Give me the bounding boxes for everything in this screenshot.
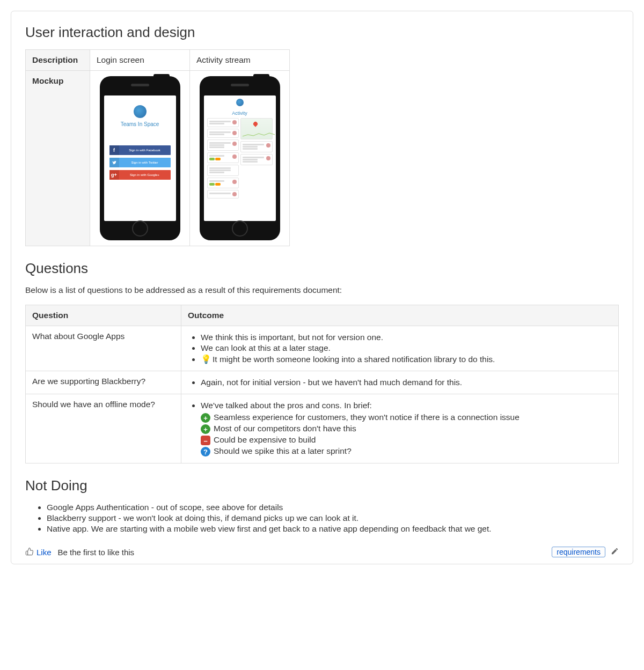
edit-labels-button[interactable] [611, 547, 619, 557]
heading-questions: Questions [25, 260, 619, 277]
design-col-login-label: Login screen [90, 50, 190, 71]
list-item: ?Should we spike this at a later sprint? [201, 446, 612, 457]
twitter-icon [109, 158, 119, 167]
questions-intro: Below is a list of questions to be addre… [25, 285, 619, 295]
mockup-login-cell: Teams In Space f Sign in with Facebook S… [90, 71, 190, 246]
like-button[interactable]: Like [25, 547, 52, 557]
facebook-icon: f [109, 145, 119, 155]
brand-text: Teams In Space [121, 121, 159, 127]
list-item: 💡It might be worth someone looking into … [201, 354, 612, 364]
heading-notdoing: Not Doing [25, 477, 619, 494]
outcome-cell: We've talked about the pros and cons. In… [181, 394, 619, 463]
page-content: User interaction and design Description … [11, 11, 633, 564]
list-item: Blackberry support - we won't look at do… [47, 513, 619, 523]
design-row-header-mockup: Mockup [26, 71, 90, 246]
design-row-header-description: Description [26, 50, 90, 71]
list-item: We think this is important, but not for … [201, 333, 612, 342]
questions-header-question: Question [26, 305, 181, 326]
facebook-login-button: f Sign in with Facebook [109, 145, 171, 155]
phone-mockup-activity: Activity [200, 76, 280, 240]
question-cell: Are we supporting Blackberry? [26, 371, 181, 394]
list-item: +Seamless experience for customers, they… [201, 413, 612, 423]
question-cell: What about Google Apps [26, 326, 181, 371]
list-item: –Could be expensive to build [201, 435, 612, 445]
design-col-activity-label: Activity stream [190, 50, 290, 71]
thumbs-up-icon [25, 547, 34, 557]
google-login-button: g+ Sign in with Google+ [109, 170, 171, 180]
table-row: Are we supporting Blackberry? Again, not… [26, 371, 619, 394]
minus-icon: – [201, 436, 210, 445]
list-item: +Most of our competitors don't have this [201, 424, 612, 434]
plus-icon: + [201, 424, 210, 434]
design-table: Description Login screen Activity stream… [25, 49, 290, 246]
questions-header-outcome: Outcome [181, 305, 619, 326]
questions-table: Question Outcome What about Google Apps … [25, 305, 619, 463]
outcome-cell: Again, not for initial version - but we … [181, 371, 619, 394]
list-item: Native app. We are starting with a mobil… [47, 524, 619, 534]
twitter-login-button: Sign in with Twitter [109, 158, 171, 167]
map-widget [240, 118, 273, 139]
google-plus-icon: g+ [109, 170, 119, 180]
plus-icon: + [201, 413, 210, 423]
list-item: We've talked about the pros and cons. In… [201, 401, 612, 457]
list-item: Again, not for initial version - but we … [201, 378, 612, 387]
like-label: Like [36, 548, 52, 557]
mockup-activity-cell: Activity [190, 71, 290, 246]
not-doing-list: Google Apps Authentication - out of scop… [25, 503, 619, 534]
like-prompt: Be the first to like this [58, 548, 135, 557]
app-logo-icon [134, 105, 147, 118]
question-cell: Should we have an offline mode? [26, 394, 181, 463]
phone-mockup-login: Teams In Space f Sign in with Facebook S… [100, 76, 180, 240]
table-row: Should we have an offline mode? We've ta… [26, 394, 619, 463]
table-row: What about Google Apps We think this is … [26, 326, 619, 371]
lightbulb-icon: 💡 [201, 355, 211, 364]
heading-design: User interaction and design [25, 24, 619, 41]
list-item: We can look at this at a later stage. [201, 343, 612, 353]
activity-title: Activity [232, 111, 247, 116]
page-footer: Like Be the first to like this requireme… [25, 547, 619, 557]
map-pin-icon [252, 121, 258, 127]
list-item: Google Apps Authentication - out of scop… [47, 503, 619, 512]
tag-requirements[interactable]: requirements [552, 547, 605, 557]
app-logo-icon [236, 99, 244, 106]
question-icon: ? [201, 447, 210, 457]
outcome-cell: We think this is important, but not for … [181, 326, 619, 371]
